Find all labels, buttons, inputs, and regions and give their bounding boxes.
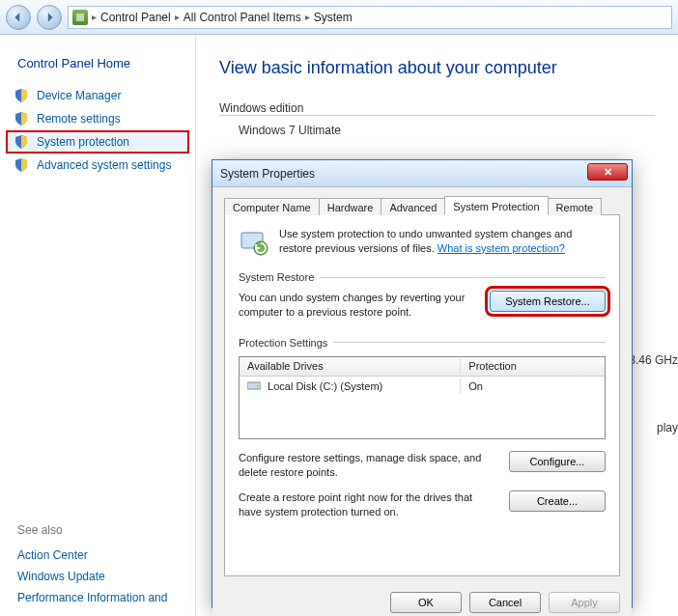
forward-button[interactable] bbox=[37, 5, 62, 30]
apply-button[interactable]: Apply bbox=[549, 592, 620, 613]
sidebar-item-device-manager[interactable]: Device Manager bbox=[0, 84, 195, 107]
system-protection-icon bbox=[239, 227, 269, 258]
control-panel-home-link[interactable]: Control Panel Home bbox=[0, 48, 195, 84]
tab-computer-name[interactable]: Computer Name bbox=[224, 198, 320, 215]
sidebar: Control Panel Home Device Manager Remote… bbox=[0, 35, 196, 616]
breadcrumb-mid[interactable]: All Control Panel Items bbox=[184, 11, 301, 24]
sidebar-item-advanced-system-settings[interactable]: Advanced system settings bbox=[0, 154, 195, 177]
shield-icon bbox=[14, 111, 29, 126]
drive-icon bbox=[247, 380, 261, 391]
breadcrumb-sep-icon: ▸ bbox=[92, 12, 97, 22]
sidebar-item-label: Advanced system settings bbox=[37, 158, 171, 172]
drives-header-row: Available Drives Protection bbox=[240, 357, 605, 377]
dialog-titlebar[interactable]: System Properties ✕ bbox=[212, 160, 632, 187]
back-button[interactable] bbox=[6, 5, 31, 30]
configure-description: Configure restore settings, manage disk … bbox=[239, 451, 497, 480]
see-also: See also Action Center Windows Update Pe… bbox=[0, 523, 195, 608]
address-bar[interactable]: ▸ Control Panel ▸ All Control Panel Item… bbox=[68, 6, 672, 29]
see-also-performance-info[interactable]: Performance Information and bbox=[17, 587, 178, 608]
windows-edition-value: Windows 7 Ultimate bbox=[219, 124, 655, 137]
control-panel-icon bbox=[72, 10, 88, 25]
intro-text: Use system protection to undo unwanted s… bbox=[279, 227, 606, 256]
dialog-title-text: System Properties bbox=[220, 167, 315, 181]
dialog-footer: OK Cancel Apply bbox=[212, 584, 632, 616]
tab-strip: Computer Name Hardware Advanced System P… bbox=[224, 195, 620, 215]
sidebar-item-label: Remote settings bbox=[37, 112, 121, 126]
cancel-button[interactable]: Cancel bbox=[469, 592, 541, 613]
close-button[interactable]: ✕ bbox=[587, 163, 628, 181]
cpu-speed-fragment: 3.46 GHz bbox=[629, 353, 678, 367]
see-also-action-center[interactable]: Action Center bbox=[17, 545, 178, 566]
tab-hardware[interactable]: Hardware bbox=[319, 198, 382, 215]
svg-rect-4 bbox=[257, 385, 259, 386]
tab-advanced[interactable]: Advanced bbox=[381, 198, 445, 215]
system-restore-group-label: System Restore bbox=[239, 271, 606, 283]
nav-toolbar: ▸ Control Panel ▸ All Control Panel Item… bbox=[0, 0, 678, 35]
tab-panel-system-protection: Use system protection to undo unwanted s… bbox=[224, 215, 620, 576]
breadcrumb-sep-icon: ▸ bbox=[305, 12, 310, 22]
sidebar-item-label: System protection bbox=[37, 135, 129, 149]
drives-header-drive: Available Drives bbox=[240, 358, 461, 374]
create-button[interactable]: Create... bbox=[509, 490, 606, 512]
drives-header-protection: Protection bbox=[461, 358, 605, 374]
drives-table[interactable]: Available Drives Protection Local Disk (… bbox=[239, 356, 606, 439]
windows-edition-label: Windows edition bbox=[219, 101, 655, 116]
breadcrumb-sep-icon: ▸ bbox=[175, 12, 180, 22]
shield-icon bbox=[14, 157, 29, 173]
ok-button[interactable]: OK bbox=[390, 592, 462, 613]
sidebar-item-system-protection[interactable]: System protection bbox=[6, 130, 189, 154]
shield-icon bbox=[14, 134, 29, 150]
see-also-windows-update[interactable]: Windows Update bbox=[17, 566, 178, 587]
restore-description: You can undo system changes by reverting… bbox=[239, 291, 478, 320]
sidebar-item-label: Device Manager bbox=[37, 89, 121, 102]
breadcrumb-leaf[interactable]: System bbox=[314, 11, 353, 24]
svg-rect-0 bbox=[76, 14, 84, 21]
page-title: View basic information about your comput… bbox=[219, 58, 655, 78]
create-description: Create a restore point right now for the… bbox=[239, 490, 497, 519]
drive-name: Local Disk (C:) (System) bbox=[268, 380, 382, 392]
configure-button[interactable]: Configure... bbox=[509, 451, 606, 472]
tab-system-protection[interactable]: System Protection bbox=[444, 196, 548, 215]
close-icon: ✕ bbox=[604, 166, 612, 179]
drive-protection: On bbox=[461, 378, 605, 394]
table-row[interactable]: Local Disk (C:) (System) On bbox=[240, 377, 605, 396]
sidebar-item-remote-settings[interactable]: Remote settings bbox=[0, 107, 195, 130]
tab-remote[interactable]: Remote bbox=[548, 198, 603, 215]
display-fragment: play bbox=[657, 421, 678, 434]
protection-settings-group-label: Protection Settings bbox=[239, 337, 606, 349]
shield-icon bbox=[14, 88, 29, 103]
see-also-title: See also bbox=[17, 523, 178, 537]
what-is-system-protection-link[interactable]: What is system protection? bbox=[438, 242, 565, 254]
system-restore-button[interactable]: System Restore... bbox=[490, 291, 606, 312]
system-properties-dialog: System Properties ✕ Computer Name Hardwa… bbox=[212, 159, 633, 608]
breadcrumb-root[interactable]: Control Panel bbox=[100, 11, 171, 24]
